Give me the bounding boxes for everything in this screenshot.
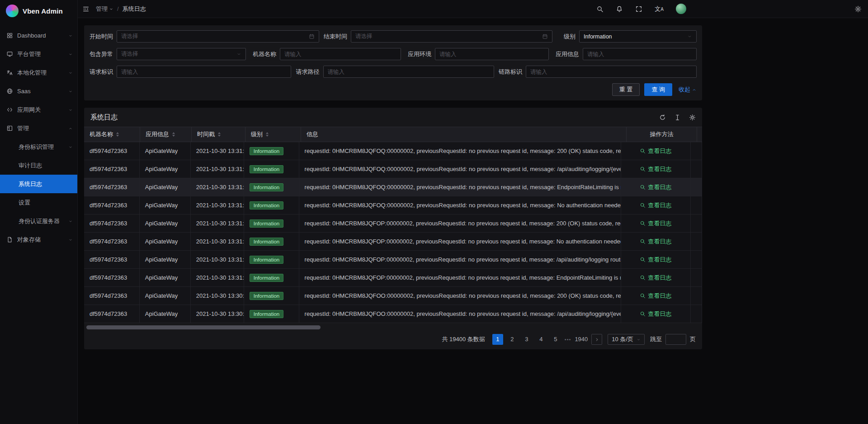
sidebar-item-dashboard[interactable]: Dashboard: [0, 26, 77, 45]
cell-timestamp: 2021-10-30 13:31:38: [191, 196, 244, 214]
row-filler: [691, 196, 702, 214]
sidebar-item-localization[interactable]: 本地化管理: [0, 63, 77, 82]
level-badge: Information: [250, 183, 284, 191]
jump-page-input[interactable]: [665, 334, 686, 345]
table-header: 机器名称应用信息时间戳级别信息操作方法: [84, 127, 702, 142]
page-size-select[interactable]: 10 条/页: [608, 334, 645, 345]
breadcrumb-parent[interactable]: 管理: [96, 5, 113, 13]
scrollbar-thumb[interactable]: [86, 325, 321, 329]
pagination: 共 19400 条数据 12345•••1940 10 条/页 跳至 页: [84, 329, 702, 346]
filter-machine-name-input[interactable]: [280, 48, 401, 60]
refresh-icon[interactable]: [659, 114, 666, 121]
horizontal-scrollbar[interactable]: [85, 325, 701, 329]
chevron-down-icon: [109, 7, 113, 11]
view-log-link[interactable]: 查看日志: [640, 256, 671, 264]
filter-include-exception-select[interactable]: 请选择: [117, 48, 246, 60]
sidebar-item-app-gateway[interactable]: 应用网关: [0, 100, 77, 119]
table-row: df5974d72363ApiGateWay2021-10-30 13:31:3…: [84, 142, 702, 160]
page-unit: 页: [690, 335, 696, 343]
cell-timestamp: 2021-10-30 13:31:36: [191, 269, 244, 286]
sidebar-item-admin[interactable]: 管理: [0, 119, 77, 138]
sidebar-item-system-logs[interactable]: 系统日志: [0, 175, 77, 193]
filter-level-select[interactable]: Information: [579, 30, 697, 43]
search-button[interactable]: 查 询: [644, 83, 672, 96]
sidebar-item-settings[interactable]: 设置: [0, 193, 77, 212]
view-log-link[interactable]: 查看日志: [640, 147, 671, 155]
cell-actions: 查看日志: [621, 196, 691, 214]
search-icon[interactable]: [596, 5, 604, 13]
filter-panel: 开始时间请选择结束时间请选择级别Information 包含异常请选择机器名称应…: [84, 25, 702, 100]
cell-message: requestId: 0HMCRBM8JQFOO:00000002, previ…: [299, 287, 621, 305]
next-page-button[interactable]: [591, 334, 602, 345]
filter-request-path-input[interactable]: [323, 66, 494, 78]
cell-app-info: ApiGateWay: [140, 142, 191, 160]
filter-app-environment-input[interactable]: [435, 48, 549, 60]
sort-icon[interactable]: [266, 132, 269, 137]
sidebar-item-audit-logs[interactable]: 审计日志: [0, 156, 77, 175]
view-log-link[interactable]: 查看日志: [640, 238, 671, 246]
view-log-link[interactable]: 查看日志: [640, 201, 671, 210]
settings-gear-icon[interactable]: [854, 5, 862, 13]
sidebar-item-identity-management[interactable]: 身份标识管理: [0, 138, 77, 156]
chevron-down-icon: [637, 338, 641, 342]
level-badge: Information: [250, 256, 284, 264]
page-button-2[interactable]: 2: [507, 334, 518, 345]
column-header-level[interactable]: 级别: [245, 127, 301, 142]
saas-icon: [6, 88, 13, 95]
column-header-app-info[interactable]: 应用信息: [140, 127, 192, 142]
sort-icon[interactable]: [218, 132, 221, 137]
filter-trace-id-input[interactable]: [526, 66, 697, 78]
filter-app-info-input[interactable]: [583, 48, 697, 60]
table-row: df5974d72363ApiGateWay2021-10-30 13:31:3…: [84, 196, 702, 214]
view-log-link[interactable]: 查看日志: [640, 165, 671, 173]
chevron-down-icon: [68, 108, 73, 112]
page-button-4[interactable]: 4: [536, 334, 547, 345]
sidebar-item-auth-server[interactable]: 身份认证服务器: [0, 212, 77, 230]
view-log-link[interactable]: 查看日志: [640, 292, 671, 300]
filter-row-2: 包含异常请选择机器名称应用环境应用信息: [90, 48, 697, 60]
sort-icon[interactable]: [172, 132, 175, 137]
column-height-icon[interactable]: [674, 114, 681, 121]
page-button-3[interactable]: 3: [521, 334, 532, 345]
filter-start-time-picker[interactable]: 请选择: [117, 30, 319, 43]
sort-icon[interactable]: [116, 132, 119, 137]
sidebar-item-platform[interactable]: 平台管理: [0, 45, 77, 63]
cell-actions: 查看日志: [621, 305, 691, 323]
view-log-link[interactable]: 查看日志: [640, 219, 671, 228]
page-button-5[interactable]: 5: [550, 334, 561, 345]
page-button-1940[interactable]: 1940: [575, 334, 588, 345]
cell-machine-name: df5974d72363: [84, 305, 140, 323]
row-filler: [691, 287, 702, 305]
main-content: 开始时间请选择结束时间请选择级别Information 包含异常请选择机器名称应…: [78, 18, 868, 424]
gateway-icon: [6, 106, 13, 113]
table-settings-icon[interactable]: [689, 114, 696, 121]
view-log-link[interactable]: 查看日志: [640, 310, 671, 318]
filter-label-level: 级别: [564, 33, 576, 41]
view-log-link[interactable]: 查看日志: [640, 274, 671, 282]
cell-machine-name: df5974d72363: [84, 142, 140, 160]
table-row: df5974d72363ApiGateWay2021-10-30 13:31:3…: [84, 160, 702, 178]
filter-request-id-input[interactable]: [117, 66, 291, 78]
reset-button[interactable]: 重 置: [612, 83, 640, 96]
view-log-link[interactable]: 查看日志: [640, 183, 671, 191]
column-header-machine-name[interactable]: 机器名称: [84, 127, 140, 142]
menu-fold-icon[interactable]: [82, 5, 90, 13]
cell-machine-name: df5974d72363: [84, 287, 140, 305]
cell-level: Information: [244, 269, 299, 286]
app-title: Vben Admin: [23, 7, 63, 15]
bell-icon[interactable]: [616, 5, 623, 13]
avatar[interactable]: [676, 4, 686, 14]
row-filler: [691, 214, 702, 232]
app-logo[interactable]: Vben Admin: [0, 0, 77, 22]
cell-actions: 查看日志: [621, 178, 691, 196]
page-button-1[interactable]: 1: [492, 334, 503, 345]
filter-end-time-picker[interactable]: 请选择: [351, 30, 552, 43]
sidebar-item-object-storage[interactable]: 对象存储: [0, 230, 77, 249]
translate-icon[interactable]: 文A: [655, 5, 664, 13]
fullscreen-icon[interactable]: [635, 5, 642, 13]
collapse-link[interactable]: 收起: [679, 86, 697, 94]
column-header-timestamp[interactable]: 时间戳: [192, 127, 245, 142]
pagination-ellipsis[interactable]: •••: [565, 337, 571, 342]
sidebar-item-saas[interactable]: Saas: [0, 82, 77, 100]
cell-level: Information: [244, 178, 299, 196]
